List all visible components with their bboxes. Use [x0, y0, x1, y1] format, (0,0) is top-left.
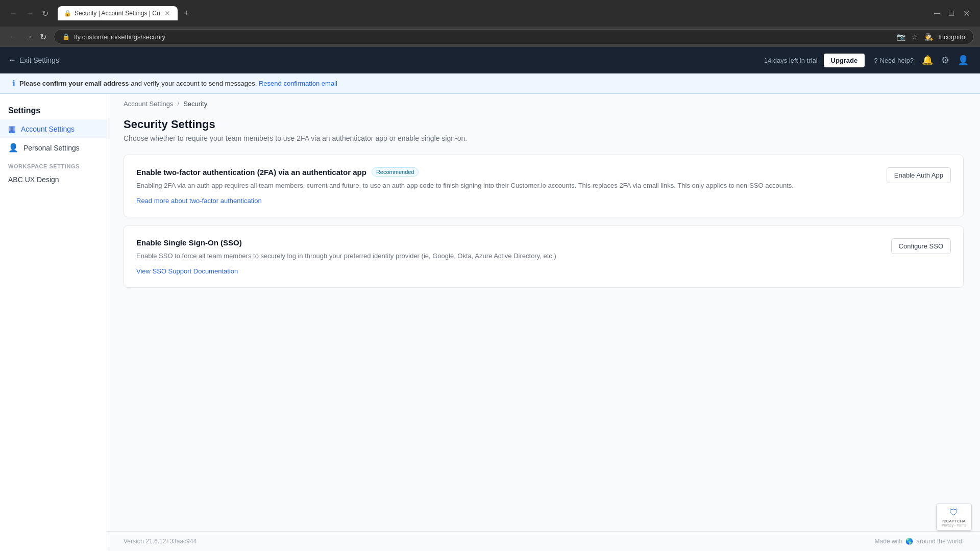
lock-icon: 🔒 — [62, 33, 70, 40]
sso-docs-link[interactable]: View SSO Support Documentation — [136, 267, 238, 275]
card-content-sso: Enable Single Sign-On (SSO) Enable SSO t… — [136, 238, 879, 275]
sidebar-item-personal-settings-label: Personal Settings — [23, 144, 80, 152]
around-world-text: around the world. — [916, 538, 964, 545]
footer-logo: Made with 🌎 around the world. — [875, 538, 964, 545]
workspace-label: WORKSPACE SETTINGS — [0, 157, 107, 171]
tab-title: Security | Account Settings | Cu — [75, 10, 160, 17]
back-arrow-icon: ← — [8, 56, 16, 65]
addr-forward-button[interactable]: → — [21, 30, 36, 44]
addr-back-button[interactable]: ← — [6, 30, 20, 44]
close-button[interactable]: ✕ — [959, 7, 974, 20]
confirm-text: Please confirm your email address and ve… — [19, 80, 337, 87]
card-action-2fa: Enable Auth App — [887, 167, 951, 183]
breadcrumb-separator: / — [178, 100, 180, 108]
made-with-text: Made with — [875, 538, 903, 545]
card-description-sso: Enable SSO to force all team members to … — [136, 251, 879, 262]
main-layout: Settings ▦ Account Settings 👤 Personal S… — [0, 94, 980, 550]
question-icon: ? — [874, 57, 877, 64]
browser-chrome: ← → ↻ 🔒 Security | Account Settings | Cu… — [0, 0, 980, 27]
read-more-2fa-link[interactable]: Read more about two-factor authenticatio… — [136, 197, 262, 205]
browser-nav-controls: ← → ↻ — [6, 7, 52, 20]
address-bar-row: ← → ↻ 🔒 fly.customer.io/settings/securit… — [0, 27, 980, 47]
need-help-label: Need help? — [880, 57, 914, 64]
card-title-2fa: Enable two-factor authentication (2FA) v… — [136, 167, 874, 177]
two-factor-auth-card: Enable two-factor authentication (2FA) v… — [124, 155, 964, 217]
window-controls: ─ □ ✕ — [930, 7, 974, 20]
resend-confirmation-link[interactable]: Resend confirmation email — [259, 80, 337, 87]
card-description-2fa: Enabling 2FA via an auth app requires al… — [136, 181, 874, 191]
addr-refresh-button[interactable]: ↻ — [37, 30, 50, 44]
sso-title-text: Enable Single Sign-On (SSO) — [136, 238, 242, 247]
address-bar-icons: 📷 ☆ 🕵 Incognito — [896, 32, 965, 42]
tab-bar: 🔒 Security | Account Settings | Cu ✕ + — [58, 6, 926, 21]
forward-button[interactable]: → — [22, 7, 37, 20]
recaptcha-text: reCAPTCHA — [941, 519, 967, 523]
new-tab-button[interactable]: + — [180, 6, 193, 21]
page-subtitle: Choose whether to require your team memb… — [124, 134, 964, 142]
incognito-icon[interactable]: 🕵 — [923, 32, 934, 42]
workspace-item-label: ABC UX Design — [8, 176, 59, 184]
personal-settings-icon: 👤 — [8, 143, 18, 153]
recaptcha-subtext: Privacy - Terms — [941, 523, 967, 527]
breadcrumb: Account Settings / Security — [107, 94, 980, 114]
bell-icon-button[interactable]: 🔔 — [919, 52, 936, 69]
active-tab[interactable]: 🔒 Security | Account Settings | Cu ✕ — [58, 6, 178, 20]
recaptcha-logo: 🛡 — [941, 507, 967, 518]
maximize-button[interactable]: □ — [945, 7, 958, 20]
workspace-item-abc[interactable]: ABC UX Design — [0, 171, 107, 188]
address-bar[interactable]: 🔒 fly.customer.io/settings/security 📷 ☆ … — [54, 29, 974, 44]
recommended-badge: Recommended — [372, 167, 419, 177]
breadcrumb-parent-link[interactable]: Account Settings — [124, 100, 174, 108]
camera-icon[interactable]: 📷 — [896, 32, 906, 42]
user-icon-button[interactable]: 👤 — [954, 52, 972, 69]
globe-emoji: 🌎 — [905, 538, 913, 545]
sso-card: Enable Single Sign-On (SSO) Enable SSO t… — [124, 226, 964, 288]
tab-close-button[interactable]: ✕ — [163, 9, 172, 17]
version-text: Version 21.6.12+33aac944 — [124, 538, 197, 545]
sidebar-item-personal-settings[interactable]: 👤 Personal Settings — [0, 138, 107, 157]
confirm-banner: ℹ Please confirm your email address and … — [0, 73, 980, 94]
content-footer: Version 21.6.12+33aac944 Made with 🌎 aro… — [107, 531, 980, 550]
settings-icon-button[interactable]: ⚙ — [938, 52, 952, 69]
sidebar-item-account-settings-label: Account Settings — [21, 125, 75, 133]
account-settings-icon: ▦ — [8, 124, 16, 134]
sidebar-title: Settings — [0, 102, 107, 119]
app-header: ← Exit Settings 14 days left in trial Up… — [0, 47, 980, 73]
bookmark-icon[interactable]: ☆ — [911, 32, 919, 42]
breadcrumb-current: Security — [183, 100, 207, 108]
header-icons: ? Need help? 🔔 ⚙ 👤 — [871, 52, 972, 69]
confirm-bold-text: Please confirm your email address — [19, 80, 129, 87]
trial-section: 14 days left in trial Upgrade ? Need hel… — [764, 52, 972, 69]
exit-settings-button[interactable]: ← Exit Settings — [8, 56, 59, 65]
incognito-label: Incognito — [938, 33, 965, 41]
content-area: Account Settings / Security Security Set… — [107, 94, 980, 550]
card-title-sso: Enable Single Sign-On (SSO) — [136, 238, 879, 247]
exit-settings-label: Exit Settings — [19, 56, 59, 64]
tab-favicon: 🔒 — [64, 10, 71, 17]
content-inner: Security Settings Choose whether to requ… — [107, 114, 980, 312]
info-icon: ℹ — [12, 79, 15, 88]
sidebar: Settings ▦ Account Settings 👤 Personal S… — [0, 94, 107, 550]
trial-text: 14 days left in trial — [764, 57, 818, 64]
page-title: Security Settings — [124, 118, 964, 131]
card-content-2fa: Enable two-factor authentication (2FA) v… — [136, 167, 874, 205]
enable-auth-app-button[interactable]: Enable Auth App — [887, 167, 951, 183]
address-nav: ← → ↻ — [6, 30, 50, 44]
confirm-normal-text: and verify your account to send messages… — [131, 80, 259, 87]
back-button[interactable]: ← — [6, 7, 20, 20]
recaptcha-badge: 🛡 reCAPTCHA Privacy - Terms — [936, 504, 972, 531]
need-help-button[interactable]: ? Need help? — [871, 54, 917, 67]
configure-sso-button[interactable]: Configure SSO — [891, 238, 951, 254]
refresh-button[interactable]: ↻ — [39, 7, 52, 20]
two-factor-title-text: Enable two-factor authentication (2FA) v… — [136, 168, 366, 177]
card-action-sso: Configure SSO — [891, 238, 951, 254]
minimize-button[interactable]: ─ — [930, 7, 944, 20]
sidebar-item-account-settings[interactable]: ▦ Account Settings — [0, 119, 107, 138]
upgrade-button[interactable]: Upgrade — [824, 54, 865, 67]
url-text: fly.customer.io/settings/security — [74, 33, 892, 41]
